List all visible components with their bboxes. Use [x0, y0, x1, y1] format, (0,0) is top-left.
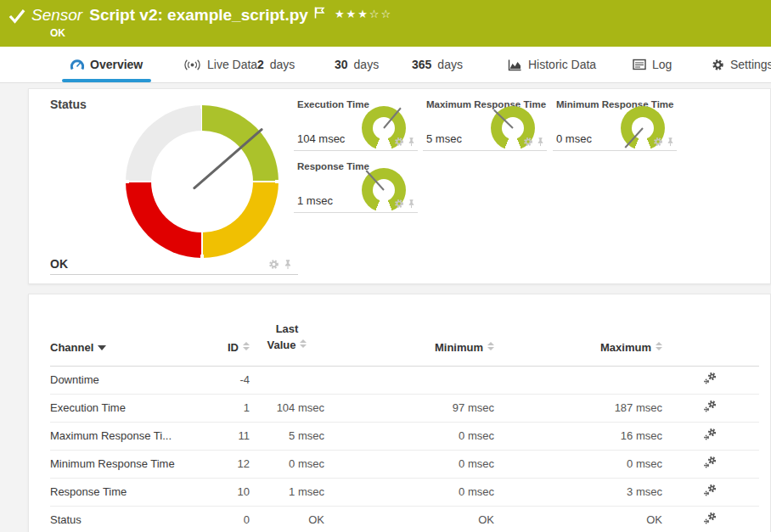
sort-icon — [656, 342, 662, 350]
pin-icon[interactable] — [536, 137, 545, 147]
channel-row[interactable]: Execution Time 1 104 msec 97 msec 187 ms… — [50, 394, 759, 422]
pin-icon[interactable] — [407, 137, 416, 147]
tab-365-days-label: days — [437, 58, 463, 71]
tab-30-days-number: 30 — [335, 58, 348, 71]
gear-icon[interactable] — [523, 137, 533, 147]
stars-filled[interactable]: ★★★ — [335, 8, 369, 20]
gear-icon[interactable] — [653, 137, 663, 147]
sort-desc-icon — [98, 345, 106, 350]
tab-30-days-label: days — [354, 58, 380, 71]
channel-row[interactable]: Status 0 OK OK OK — [50, 506, 759, 532]
column-header-maximum[interactable]: Maximum — [494, 318, 662, 366]
gauge-panel: Execution Time 104 msec — [294, 95, 418, 151]
sensor-titles: Sensor Script v2: example_script.py ★★★☆… — [31, 6, 392, 39]
tab-2-days-number: 2 — [257, 58, 264, 71]
channel-id: 12 — [194, 450, 250, 478]
column-header-actions — [662, 318, 759, 366]
gauge-title: Execution Time — [297, 99, 369, 109]
overview-content: Status OK — [0, 83, 771, 532]
star-rating[interactable]: ★★★☆☆ — [335, 8, 392, 20]
gauge-value: 104 msec — [297, 132, 345, 145]
channel-settings-gears-icon[interactable] — [703, 456, 718, 469]
channel-last-value: 0 msec — [250, 450, 324, 478]
channel-minimum: 97 msec — [324, 394, 494, 422]
gauge-needle — [383, 108, 401, 129]
channel-row[interactable]: Downtime -4 — [50, 366, 759, 394]
gauge-panel: Minimum Response Time 0 msec — [553, 95, 677, 151]
mini-gauges-area: Execution Time 104 msec Maximum Response… — [29, 89, 770, 283]
column-header-id[interactable]: ID — [194, 318, 250, 366]
channel-settings-gears-icon[interactable] — [703, 512, 718, 525]
tab-historic-data[interactable]: Historic Data — [499, 47, 605, 82]
tab-historic-data-label: Historic Data — [528, 58, 596, 71]
tab-365-days[interactable]: 365 days — [403, 47, 471, 82]
channel-minimum: 0 msec — [324, 450, 494, 478]
channel-minimum: OK — [324, 506, 494, 532]
tab-settings-label: Settings — [730, 58, 771, 71]
channel-name: Downtime — [50, 366, 194, 394]
gear-icon[interactable] — [394, 199, 404, 209]
sort-icon — [487, 342, 494, 350]
pin-icon[interactable] — [407, 199, 416, 209]
tab-30-days[interactable]: 30 days — [326, 47, 387, 82]
column-header-minimum[interactable]: Minimum — [324, 318, 494, 366]
channel-name: Maximum Response Ti... — [50, 422, 194, 450]
channels-card: Channel ID LastValue Minimum Maximum Dow… — [28, 294, 771, 532]
sensor-header: Sensor Script v2: example_script.py ★★★☆… — [0, 0, 771, 47]
channel-name: Minimum Response Time — [50, 450, 194, 478]
channel-settings-gears-icon[interactable] — [703, 428, 718, 441]
gauge-needle — [493, 109, 514, 129]
channel-id: -4 — [194, 366, 250, 394]
sensor-title: Script v2: example_script.py — [89, 6, 308, 25]
tab-bar: Overview Live Data 2 days 30 days 365 da… — [0, 47, 771, 83]
channel-last-value: 1 msec — [250, 478, 324, 506]
channel-name: Response Time — [50, 478, 194, 506]
channel-settings-gears-icon[interactable] — [703, 400, 718, 413]
sensor-kind-label: Sensor — [31, 6, 82, 25]
tab-log[interactable]: Log — [624, 47, 680, 82]
sort-icon — [300, 339, 307, 348]
gear-icon — [712, 59, 724, 71]
gauge-icon — [70, 59, 84, 71]
channel-last-value — [250, 366, 324, 394]
channel-id: 11 — [194, 422, 250, 450]
channel-name: Execution Time — [50, 394, 194, 422]
channel-id: 10 — [194, 478, 250, 506]
gauge-panel: Maximum Response Time 5 msec — [423, 95, 547, 151]
gauge-value: 1 msec — [297, 194, 333, 207]
gear-icon[interactable] — [394, 137, 404, 147]
tab-log-label: Log — [652, 58, 672, 71]
channel-minimum: 0 msec — [324, 422, 494, 450]
channel-row[interactable]: Minimum Response Time 12 0 msec 0 msec 0… — [50, 450, 759, 478]
sort-icon — [243, 342, 250, 350]
tab-settings[interactable]: Settings — [703, 47, 771, 82]
gauge-title: Maximum Response Time — [426, 99, 546, 109]
gauge-value: 5 msec — [426, 132, 462, 145]
channel-minimum — [324, 366, 494, 394]
channel-name: Status — [50, 506, 194, 532]
channel-id: 0 — [194, 506, 250, 532]
gauge-title: Response Time — [297, 161, 369, 171]
flag-icon[interactable] — [313, 6, 326, 20]
stars-empty[interactable]: ☆☆ — [369, 8, 392, 20]
gauge-title: Minimum Response Time — [556, 99, 673, 109]
tab-2-days[interactable]: 2 days — [249, 47, 303, 82]
channel-id: 1 — [194, 394, 250, 422]
channel-last-value: 104 msec — [250, 394, 324, 422]
gauge-needle — [625, 127, 644, 148]
channel-settings-gears-icon[interactable] — [703, 484, 718, 497]
pin-icon[interactable] — [666, 137, 675, 147]
channel-maximum: 3 msec — [494, 478, 662, 506]
channel-settings-gears-icon[interactable] — [703, 372, 718, 385]
gauges-card: Status OK — [28, 88, 771, 284]
gauge-panel: Response Time 1 msec — [294, 157, 418, 213]
channel-minimum: 0 msec — [324, 478, 494, 506]
check-icon — [8, 8, 25, 24]
channel-row[interactable]: Response Time 10 1 msec 0 msec 3 msec — [50, 478, 759, 506]
channel-row[interactable]: Maximum Response Ti... 11 5 msec 0 msec … — [50, 422, 759, 450]
tab-overview[interactable]: Overview — [62, 47, 151, 82]
column-header-last-value[interactable]: LastValue — [250, 318, 324, 366]
column-header-channel[interactable]: Channel — [50, 318, 194, 366]
channel-maximum: 16 msec — [494, 422, 662, 450]
historic-data-icon — [508, 59, 522, 71]
